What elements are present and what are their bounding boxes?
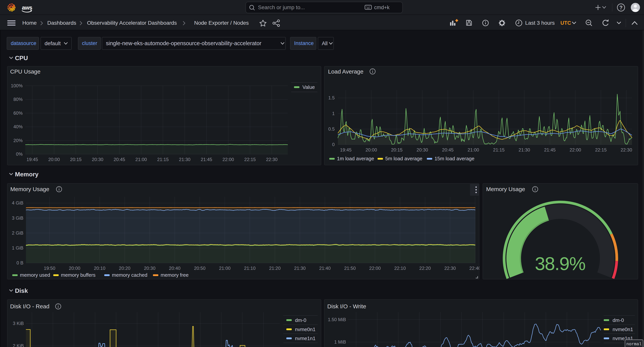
svg-text:Load Average: Load Average (328, 68, 364, 75)
svg-text:Disk: Disk (15, 287, 28, 294)
svg-text:22:00: 22:00 (369, 266, 381, 271)
svg-text:20:15: 20:15 (70, 157, 82, 162)
svg-text:21:00: 21:00 (219, 266, 230, 271)
svg-text:22:00: 22:00 (222, 157, 234, 162)
svg-text:21:00: 21:00 (468, 147, 479, 152)
svg-text:Memory: Memory (15, 171, 38, 178)
svg-text:22:15: 22:15 (244, 157, 256, 162)
svg-text:?: ? (620, 5, 623, 10)
svg-text:21:50: 21:50 (344, 266, 356, 271)
svg-text:memory buffers: memory buffers (61, 272, 96, 278)
svg-text:22:20: 22:20 (419, 266, 431, 271)
svg-text:60%: 60% (14, 110, 22, 116)
svg-text:1.50 MiB: 1.50 MiB (328, 317, 346, 322)
svg-text:1: 1 (332, 111, 335, 116)
svg-text:21:30: 21:30 (179, 157, 190, 162)
svg-text:3 KiB: 3 KiB (13, 321, 24, 326)
svg-text:Disk I/O - Read: Disk I/O - Read (10, 303, 50, 310)
svg-text:20:40: 20:40 (169, 266, 180, 271)
svg-text:21:20: 21:20 (269, 266, 280, 271)
svg-text:20:20: 20:20 (119, 266, 130, 271)
svg-text:20:30: 20:30 (416, 147, 428, 152)
svg-text:20:30: 20:30 (92, 157, 103, 162)
svg-text:CPU: CPU (15, 54, 28, 61)
svg-text:Memory Usage: Memory Usage (486, 186, 525, 192)
svg-text:nvme0n1: nvme0n1 (295, 327, 316, 332)
svg-text:default: default (44, 40, 60, 46)
svg-text:Memory Usage: Memory Usage (10, 186, 49, 192)
svg-text:21:15: 21:15 (157, 157, 169, 162)
svg-text:1 GiB: 1 GiB (12, 245, 24, 251)
svg-text:20:45: 20:45 (114, 157, 125, 162)
svg-text:38.9%: 38.9% (535, 253, 585, 274)
svg-text:All: All (322, 41, 328, 46)
svg-text:19:45: 19:45 (26, 157, 38, 162)
svg-text:dm-0: dm-0 (612, 317, 624, 323)
svg-text:single-new-eks-automode-openso: single-new-eks-automode-opensource-obser… (106, 40, 262, 46)
svg-text:Observability Accelerator Dash: Observability Accelerator Dashboards (87, 20, 177, 26)
svg-text:memory free: memory free (160, 272, 188, 278)
svg-text:20:00: 20:00 (366, 147, 377, 152)
svg-text:20:00: 20:00 (48, 157, 60, 162)
svg-text:21:00: 21:00 (135, 157, 147, 162)
svg-text:21:30: 21:30 (294, 266, 306, 271)
svg-text:1.5: 1.5 (328, 95, 335, 100)
svg-text:CPU Usage: CPU Usage (10, 68, 40, 75)
svg-text:22:15: 22:15 (595, 147, 606, 152)
svg-text:22:30: 22:30 (620, 147, 632, 152)
svg-text:nvme0n1: nvme0n1 (612, 327, 633, 332)
svg-text:21:30: 21:30 (519, 147, 530, 152)
svg-text:19:45: 19:45 (340, 147, 352, 152)
svg-text:Node Exporter / Nodes: Node Exporter / Nodes (194, 20, 249, 26)
svg-text:memory used: memory used (20, 272, 50, 278)
svg-text:Search or jump to...: Search or jump to... (258, 4, 305, 10)
svg-text:UTC: UTC (560, 20, 571, 26)
svg-text:nvme1n1: nvme1n1 (295, 336, 316, 341)
svg-text:80%: 80% (14, 97, 22, 102)
svg-text:21:40: 21:40 (319, 266, 330, 271)
svg-text:dm-0: dm-0 (295, 317, 306, 323)
svg-text:3 GiB: 3 GiB (12, 215, 24, 221)
svg-text:0: 0 (332, 142, 335, 147)
svg-text:22:10: 22:10 (394, 266, 406, 271)
svg-text:Value: Value (302, 84, 315, 90)
svg-text:21:45: 21:45 (201, 157, 212, 162)
svg-text:Dashboards: Dashboards (47, 20, 76, 26)
svg-text:19:50: 19:50 (44, 266, 56, 271)
svg-text:aws: aws (22, 4, 32, 11)
svg-text:normal: normal (626, 342, 642, 347)
svg-text:20:50: 20:50 (194, 266, 206, 271)
svg-text:cmd+k: cmd+k (374, 4, 390, 10)
svg-text:1 MiB: 1 MiB (334, 339, 346, 345)
svg-text:0.5: 0.5 (328, 126, 335, 132)
svg-text:5m load average: 5m load average (385, 156, 422, 161)
svg-text:22:40: 22:40 (470, 266, 481, 271)
svg-text:4 GiB: 4 GiB (12, 200, 24, 206)
svg-text:2 GiB: 2 GiB (12, 230, 24, 236)
svg-text:cluster: cluster (82, 40, 97, 46)
svg-text:22:30: 22:30 (444, 266, 456, 271)
svg-text:2 KiB: 2 KiB (13, 343, 24, 347)
svg-text:20:00: 20:00 (69, 266, 80, 271)
svg-text:0 B: 0 B (16, 260, 24, 265)
svg-text:20%: 20% (14, 138, 22, 143)
svg-text:Disk I/O - Write: Disk I/O - Write (327, 303, 366, 310)
svg-text:22:30: 22:30 (266, 157, 278, 162)
svg-text:15m load average: 15m load average (434, 156, 474, 161)
svg-text:100%: 100% (11, 83, 22, 88)
svg-text:datasource: datasource (11, 40, 36, 46)
svg-text:memory cached: memory cached (112, 272, 148, 278)
svg-text:Instance: Instance (294, 40, 314, 46)
svg-text:0%: 0% (16, 151, 22, 157)
svg-text:1m load average: 1m load average (337, 156, 374, 161)
svg-text:20:10: 20:10 (94, 266, 106, 271)
svg-text:21:45: 21:45 (544, 147, 556, 152)
svg-text:21:15: 21:15 (493, 147, 505, 152)
svg-text:20:15: 20:15 (391, 147, 402, 152)
svg-text:20:30: 20:30 (144, 266, 156, 271)
svg-text:22:00: 22:00 (570, 147, 581, 152)
svg-text:Last 3 hours: Last 3 hours (525, 20, 555, 26)
svg-text:21:10: 21:10 (244, 266, 256, 271)
svg-text:40%: 40% (14, 124, 22, 129)
svg-text:Home: Home (22, 20, 37, 26)
